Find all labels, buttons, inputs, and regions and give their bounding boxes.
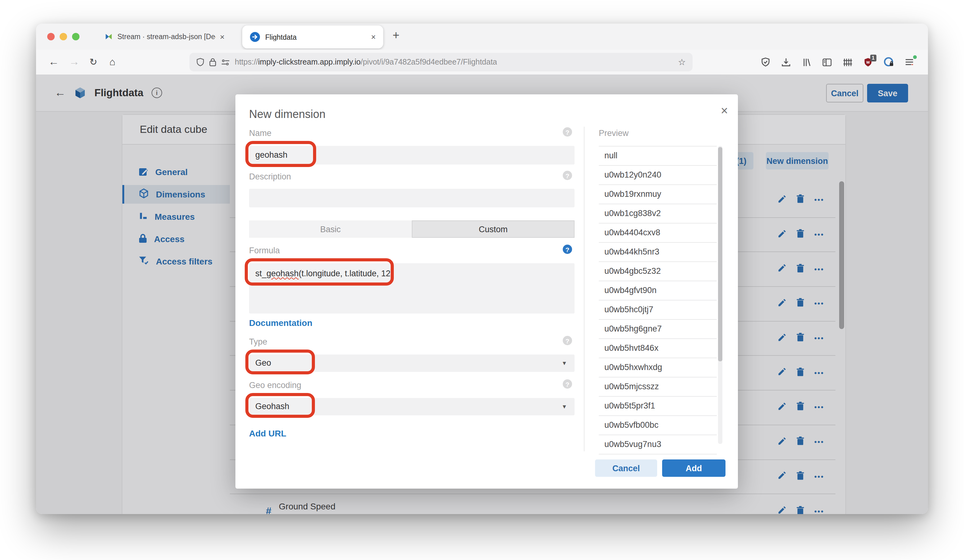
preview-item: u0wb12y0n240 (599, 166, 717, 185)
lock-icon[interactable] (209, 58, 216, 67)
browser-toolbar: ← → ↻ ⌂ https://imply-clickstream.app.im… (36, 50, 928, 75)
screenshot-stage: Stream · stream-adsb-json [Dec × Flightd… (0, 0, 964, 560)
stream-bowtie-icon (104, 32, 113, 41)
url-text: https://imply-clickstream.app.imply.io/p… (235, 58, 497, 67)
svg-text:w: w (866, 59, 870, 64)
preview-scrollbar-thumb[interactable] (718, 147, 722, 361)
zoom-window-button[interactable] (72, 33, 80, 41)
preview-item: u0wb5vfb00bc (599, 416, 717, 435)
download-icon[interactable] (781, 57, 791, 67)
tab-title: Stream · stream-adsb-json [Dec (117, 33, 215, 41)
back-button[interactable]: ← (49, 55, 59, 69)
minimize-window-button[interactable] (60, 33, 67, 41)
tab-stream[interactable]: Stream · stream-adsb-json [Dec × (104, 32, 236, 41)
sidebar-icon[interactable] (822, 57, 832, 67)
extensions-fence-icon[interactable] (842, 57, 853, 67)
browser-window: Stream · stream-adsb-json [Dec × Flightd… (36, 24, 928, 514)
preview-item: u0wb5hxwhxdg (599, 358, 717, 377)
help-icon[interactable] (563, 336, 572, 345)
preview-label: Preview (599, 128, 629, 138)
mode-tabs: Basic Custom (249, 221, 575, 238)
modal-title: New dimension (249, 108, 326, 121)
toolbar-extension-icons: w 1 (760, 54, 914, 70)
preview-item: null (599, 146, 717, 166)
shield-check-icon[interactable] (760, 57, 771, 67)
preview-item: u0wb4gbc5z32 (599, 262, 717, 281)
preview-item: u0wb44kh5nr3 (599, 243, 717, 262)
bookmark-star-icon[interactable]: ☆ (678, 57, 686, 67)
preview-item: u0wb5hg6gne7 (599, 320, 717, 339)
new-tab-button[interactable]: + (392, 29, 399, 42)
preview-item: u0wb5t5pr3f1 (599, 397, 717, 416)
preview-item: u0wb4gfvt90n (599, 281, 717, 300)
modal-add-button[interactable]: Add (662, 459, 725, 477)
type-label: Type (249, 337, 267, 346)
annotation-highlight-type (245, 349, 315, 374)
update-dot (913, 55, 917, 59)
documentation-link[interactable]: Documentation (249, 318, 313, 328)
close-window-button[interactable] (47, 33, 55, 41)
url-bar[interactable]: https://imply-clickstream.app.imply.io/p… (189, 53, 692, 71)
traffic-lights (47, 33, 80, 41)
add-url-link[interactable]: Add URL (249, 429, 287, 438)
menu-icon[interactable] (904, 57, 914, 67)
help-icon[interactable] (563, 245, 572, 254)
help-icon[interactable] (563, 127, 572, 136)
home-button[interactable]: ⌂ (109, 55, 115, 69)
close-icon[interactable]: × (721, 104, 728, 117)
tab-bar: Stream · stream-adsb-json [Dec × Flightd… (36, 24, 928, 50)
help-icon[interactable] (563, 379, 572, 389)
help-icon[interactable] (563, 171, 572, 180)
modal-cancel-button[interactable]: Cancel (595, 459, 657, 477)
preview-item: u0wb5vug7nu3 (599, 435, 717, 454)
new-dimension-modal: New dimension × Name geohash Description… (235, 94, 738, 489)
pivot-arrow-icon (250, 32, 260, 42)
preview-item: u0wb19rxnmuy (599, 185, 717, 204)
preview-item: u0wb5mjcsszz (599, 377, 717, 397)
divider (584, 127, 585, 451)
blocker-circle-icon[interactable] (883, 57, 894, 68)
reload-button[interactable]: ↻ (90, 55, 97, 69)
close-icon[interactable]: × (220, 32, 225, 41)
permissions-icon[interactable] (221, 58, 230, 65)
tab-flightdata[interactable]: Flightdata × (242, 26, 383, 49)
description-input[interactable] (249, 189, 575, 207)
chevron-down-icon: ▼ (562, 354, 567, 372)
preview-item: u0wb4404cxv8 (599, 224, 717, 243)
tab-title: Flightdata (265, 33, 366, 41)
annotation-highlight-formula (245, 258, 394, 286)
chevron-down-icon: ▼ (562, 398, 567, 416)
library-icon[interactable] (801, 57, 812, 67)
extension-badge: 1 (870, 54, 876, 62)
forward-button[interactable]: → (69, 55, 80, 69)
preview-item: u0wb5hc0jtj7 (599, 300, 717, 320)
close-icon[interactable]: × (371, 33, 376, 41)
wipr-shield-icon[interactable]: w 1 (863, 57, 873, 67)
description-label: Description (249, 172, 291, 181)
name-label: Name (249, 128, 272, 138)
tab-basic[interactable]: Basic (249, 221, 412, 238)
tab-custom[interactable]: Custom (412, 221, 575, 238)
preview-item: u0wb1cg838v2 (599, 204, 717, 224)
preview-item: u0wb5hvt846x (599, 339, 717, 358)
annotation-highlight-name (245, 141, 316, 167)
formula-label: Formula (249, 246, 280, 255)
annotation-highlight-geo-encoding (245, 393, 315, 418)
geo-encoding-label: Geo encoding (249, 381, 301, 390)
shield-icon[interactable] (196, 58, 204, 67)
preview-list: nullu0wb12y0n240u0wb19rxnmuyu0wb1cg838v2… (599, 146, 717, 454)
